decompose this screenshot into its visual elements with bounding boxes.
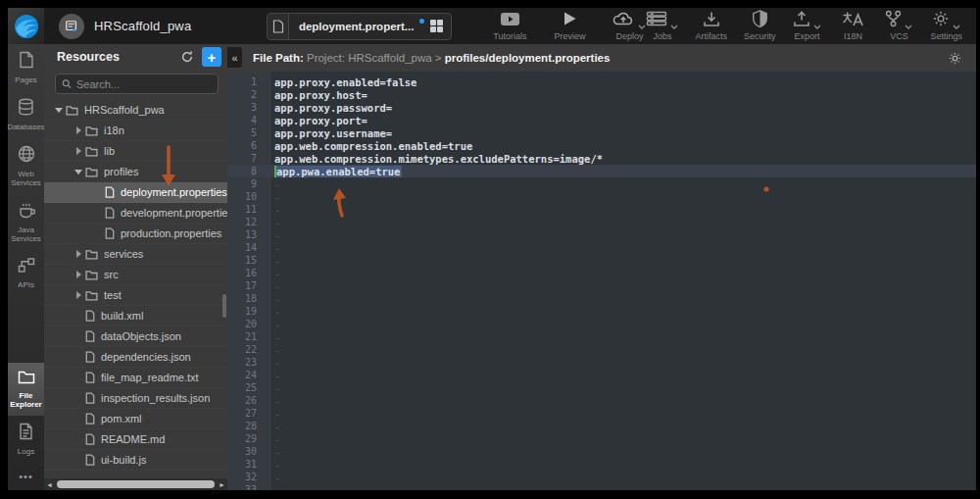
expander-closed-icon[interactable] [74, 291, 83, 299]
code-line-3[interactable]: 3app.proxy.password= [227, 101, 976, 114]
code-line-18[interactable]: 18- [227, 292, 976, 305]
tree-item-test[interactable]: test [44, 285, 227, 306]
expander-closed-icon[interactable] [74, 250, 83, 258]
code-line-2[interactable]: 2app.proxy.host= [227, 88, 976, 101]
tree-item-dependencies-json[interactable]: dependencies.json [44, 347, 227, 368]
code-line-10[interactable]: 10- [227, 190, 976, 203]
code-line-19[interactable]: 19- [227, 305, 976, 318]
tree-item-deployment-properties[interactable]: deployment.properties [44, 182, 227, 203]
sidebar-item-label: APIs [18, 280, 34, 289]
horizontal-scrollbar[interactable]: ◄ ► [44, 478, 227, 490]
code-line-16[interactable]: 16- [227, 267, 976, 279]
search-input[interactable] [76, 78, 212, 90]
code-line-17[interactable]: 17- [227, 279, 976, 292]
tree-item-services[interactable]: services [44, 244, 227, 265]
security-button[interactable]: Security [744, 11, 776, 41]
code-line-28[interactable]: 28- [227, 420, 976, 432]
code-line-11[interactable]: 11- [227, 203, 976, 216]
refresh-icon[interactable] [178, 48, 196, 66]
code-line-5[interactable]: 5app.proxy.username= [227, 126, 976, 139]
tree-item-file-map-readme-txt[interactable]: file_map_readme.txt [44, 368, 227, 388]
tree-item-pom-xml[interactable]: pom.xml [44, 409, 227, 429]
expander-closed-icon[interactable] [74, 271, 83, 278]
collapse-panel-icon[interactable]: « [227, 47, 242, 68]
tree-item-i18n[interactable]: i18n [44, 121, 227, 141]
expander-open-icon[interactable] [54, 108, 64, 113]
code-line-27[interactable]: 27- [227, 407, 976, 420]
empty-line-mark: - [274, 204, 280, 216]
project-switcher[interactable]: HRScaffold_pwa [59, 14, 191, 39]
vcs-button[interactable]: VCS [884, 11, 913, 41]
tree-item-profiles[interactable]: profiles [44, 162, 227, 182]
tree-item-ui-build-js[interactable]: ui-build.js [44, 450, 227, 471]
tutorials-button[interactable]: Tutorials [493, 11, 526, 41]
file-icon [85, 351, 95, 363]
settings-button[interactable]: Settings [930, 11, 962, 41]
tree-item-label: development.properties [121, 207, 227, 219]
folder-icon [66, 105, 78, 116]
editor-settings-gear-icon[interactable] [948, 51, 962, 66]
preview-button[interactable]: Preview [554, 11, 585, 41]
code-line-14[interactable]: 14- [227, 241, 976, 254]
expander-open-icon[interactable] [74, 170, 83, 175]
open-file-tab[interactable]: deployment.propert... [267, 13, 452, 40]
tree-item-readme-md[interactable]: README.md [44, 429, 227, 450]
code-editor[interactable]: 1app.proxy.enabled=false2app.proxy.host=… [227, 72, 976, 490]
search-box[interactable] [55, 74, 219, 94]
tree-item-production-properties[interactable]: production.properties [44, 224, 227, 244]
tree-item-dataobjects-json[interactable]: dataObjects.json [44, 326, 227, 347]
tree-item-development-properties[interactable]: development.properties [44, 203, 227, 224]
sidebar-item-file-explorer[interactable]: File Explorer [8, 363, 44, 416]
sidebar-more-button[interactable]: ••• [8, 463, 44, 490]
code-line-32[interactable]: 32- [227, 471, 976, 483]
code-line-9[interactable]: 9- [227, 177, 976, 190]
tree-item-hrscaffold-pwa[interactable]: HRScaffold_pwa [44, 100, 227, 121]
artifacts-button[interactable]: Artifacts [695, 11, 727, 41]
code-line-12[interactable]: 12- [227, 216, 976, 228]
scrollbar-thumb[interactable] [57, 480, 215, 488]
code-line-24[interactable]: 24- [227, 369, 976, 381]
sidebar-item-web-services[interactable]: Web Services [8, 138, 44, 194]
vertical-scrollbar[interactable] [222, 294, 226, 318]
code-line-13[interactable]: 13- [227, 228, 976, 241]
code-line-31[interactable]: 31- [227, 458, 976, 471]
wavemaker-logo-icon [14, 14, 39, 39]
expander-closed-icon[interactable] [74, 126, 83, 134]
code-line-8[interactable]: 8app.pwa.enabled=true [227, 165, 976, 177]
tree-item-build-xml[interactable]: build.xml [44, 306, 227, 326]
scroll-right-icon[interactable]: ► [217, 478, 227, 490]
code-line-26[interactable]: 26- [227, 394, 976, 407]
dashboard-grid-icon[interactable] [430, 20, 444, 33]
code-line-20[interactable]: 20- [227, 318, 976, 330]
code-line-22[interactable]: 22- [227, 343, 976, 356]
code-line-15[interactable]: 15- [227, 254, 976, 267]
add-resource-button[interactable]: + [202, 47, 221, 67]
sidebar-item-java-services[interactable]: Java Services [8, 194, 44, 250]
code-line-7[interactable]: 7app.web.compression.mimetypes.excludePa… [227, 152, 976, 165]
code-line-33[interactable]: 33- [227, 483, 976, 490]
jobs-button[interactable]: Jobs [646, 11, 678, 41]
export-button[interactable]: Export [792, 11, 821, 41]
tree-item-lib[interactable]: lib [44, 141, 227, 162]
code-line-30[interactable]: 30- [227, 445, 976, 458]
code-line-25[interactable]: 25- [227, 381, 976, 394]
deploy-button[interactable]: Deploy [612, 11, 646, 41]
sidebar-item-databases[interactable]: Databases [8, 91, 44, 138]
tree-item-src[interactable]: src [44, 265, 227, 285]
sidebar-item-logs[interactable]: Logs [8, 416, 44, 463]
code-line-21[interactable]: 21- [227, 330, 976, 343]
code-line-1[interactable]: 1app.proxy.enabled=false [227, 75, 976, 88]
file-path-bar: « File Path: Project: HRScaffold_pwa > p… [227, 44, 976, 72]
empty-line-mark: - [274, 280, 280, 292]
tree-item-inspection-results-json[interactable]: inspection_results.json [44, 388, 227, 409]
expander-closed-icon[interactable] [74, 147, 83, 155]
sidebar-item-pages[interactable]: Pages [8, 44, 44, 91]
code-line-29[interactable]: 29- [227, 432, 976, 445]
scroll-left-icon[interactable]: ◄ [44, 478, 55, 490]
wavemaker-logo[interactable] [8, 8, 44, 44]
i18n-button[interactable]: I18N [838, 11, 867, 41]
code-line-23[interactable]: 23- [227, 356, 976, 369]
code-line-4[interactable]: 4app.proxy.port= [227, 114, 976, 126]
code-line-6[interactable]: 6app.web.compression.enabled=true [227, 139, 976, 152]
sidebar-item-apis[interactable]: APIs [8, 250, 44, 296]
